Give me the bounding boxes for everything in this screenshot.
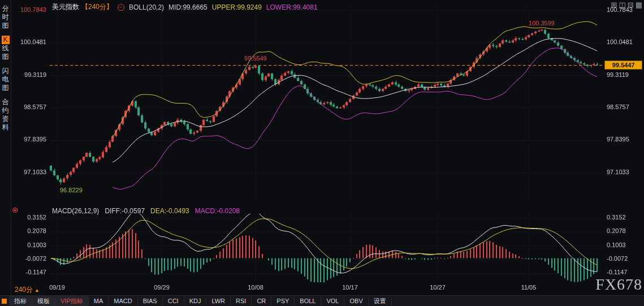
tab-vip-indicators[interactable]: VIP指标 <box>55 296 89 306</box>
boll-mid-value: MID:99.6665 <box>168 3 208 11</box>
tab-indicators[interactable]: 指标 <box>9 296 32 306</box>
high-price-annotation: 100.3599 <box>529 20 555 27</box>
macd-value: MACD:-0.0208 <box>195 207 240 215</box>
price-axis-label: 100.0481 <box>11 38 46 45</box>
chart-app: 分时图 K线图 闪电图 合约资料 美元指数【240分】 − BOLL(20,2)… <box>0 0 644 306</box>
layout-multi-icon[interactable]: ▦ <box>636 1 642 9</box>
macd-dea-value: DEA:-0.0493 <box>150 207 189 215</box>
indicator-vol[interactable]: VOL <box>321 296 344 306</box>
date-axis-label: 11/05 <box>521 284 537 291</box>
indicator-toolbar: 指标 模板 VIP指标 MA MACD BIAS CCI KDJ LWR RSI… <box>0 295 644 306</box>
macd-header: MACD(26,12,9) DIFF:-0.0597 DEA:-0.0493 M… <box>52 207 240 215</box>
price-axis-label: 99.3119 <box>11 71 46 78</box>
boll-lower-value: LOWER:99.4081 <box>266 3 318 11</box>
period-label: 【240分】 <box>81 2 113 12</box>
macd-axis-label: -0.0072 <box>11 255 46 262</box>
macd-axis-label: 0.1003 <box>11 242 46 248</box>
kline-active-badge: K <box>2 36 10 44</box>
macd-label: MACD(26,12,9) <box>52 207 99 215</box>
symbol-name: 美元指数 <box>52 2 79 12</box>
indicator-ma[interactable]: MA <box>89 296 109 306</box>
kline-label: 线图 <box>2 44 9 61</box>
indicator-bias[interactable]: BIAS <box>138 296 163 306</box>
zoom-out-icon[interactable]: − <box>118 4 124 11</box>
sidebar-item-kline[interactable]: K线图 <box>2 36 10 61</box>
period-selector-label: 240分 <box>15 285 33 295</box>
price-axis-label: 97.8395 <box>11 136 46 143</box>
sidebar-item-flash-chart[interactable]: 闪电图 <box>2 67 10 92</box>
macd-diff-value: DIFF:-0.0597 <box>105 207 145 215</box>
date-axis-label: 10/17 <box>342 284 358 291</box>
date-axis-label: 10/08 <box>248 284 263 291</box>
period-selector[interactable]: 240分 ▲ <box>15 285 40 295</box>
price-axis-label: 97.8395 <box>607 136 629 143</box>
peak-price-annotation: 99.5549 <box>244 55 267 62</box>
macd-axis-label: -0.0072 <box>607 255 628 262</box>
indicator-kdj[interactable]: KDJ <box>184 296 207 306</box>
sidebar-item-time-chart[interactable]: 分时图 <box>2 5 10 30</box>
indicator-cr[interactable]: CR <box>252 296 271 306</box>
price-axis-label: 99.3119 <box>607 71 629 78</box>
indicator-macd[interactable]: MACD <box>109 296 137 306</box>
sidebar-item-contract-info[interactable]: 合约资料 <box>2 98 10 132</box>
indicator-lwr[interactable]: LWR <box>206 296 231 306</box>
kline-chart-canvas[interactable] <box>0 0 644 306</box>
macd-axis-label: 0.3152 <box>607 214 626 221</box>
add-indicator-icon[interactable]: ⊕ <box>12 205 19 214</box>
date-axis-label: 09/19 <box>49 284 65 291</box>
last-price-tag: 99.5447 <box>604 61 642 70</box>
price-axis-label: 100.7843 <box>11 6 46 13</box>
price-axis-label: 100.0481 <box>607 38 633 45</box>
boll-upper-value: UPPER:99.9249 <box>212 3 262 11</box>
macd-axis-label: 0.2078 <box>607 227 626 234</box>
macd-axis-label: -0.1147 <box>607 269 628 275</box>
indicator-psy[interactable]: PSY <box>271 296 295 306</box>
indicator-obv[interactable]: OBV <box>344 296 368 306</box>
date-axis-label: 10/27 <box>430 284 446 291</box>
indicator-marker-icon <box>2 299 7 304</box>
macd-axis-label: 0.1003 <box>607 242 626 248</box>
date-axis-label: 09/29 <box>154 284 170 291</box>
sidebar: 分时图 K线图 闪电图 合约资料 <box>0 0 11 295</box>
low-price-annotation: 96.8229 <box>60 187 83 193</box>
boll-label: BOLL(20,2) <box>129 3 164 11</box>
indicator-cci[interactable]: CCI <box>163 296 184 306</box>
layout-two-pane-icon[interactable]: ◫ <box>619 1 626 9</box>
indicator-boll[interactable]: BOLL <box>295 296 321 306</box>
chevron-up-icon: ▲ <box>34 287 40 293</box>
layout-split-icon[interactable]: ⊟ <box>628 1 634 9</box>
fx678-watermark: FX678 <box>595 275 642 294</box>
macd-axis-label: 0.3152 <box>11 214 46 221</box>
chart-header: 美元指数【240分】 − BOLL(20,2) MID:99.6665 UPPE… <box>52 2 318 12</box>
layout-switcher: ⊞ ◫ ⊟ ▦ <box>611 1 642 9</box>
price-axis-label: 97.1033 <box>11 169 46 175</box>
layout-grid-icon[interactable]: ⊞ <box>611 1 617 9</box>
indicator-rsi[interactable]: RSI <box>231 296 252 306</box>
macd-axis-label: -0.1147 <box>11 269 46 275</box>
tab-templates[interactable]: 模板 <box>32 296 55 306</box>
price-axis-label: 98.5757 <box>607 104 629 110</box>
settings-button[interactable]: 设置 <box>369 296 392 306</box>
price-axis-label: 98.5757 <box>11 104 46 110</box>
macd-axis-label: 0.2078 <box>11 227 46 234</box>
price-axis-label: 97.1033 <box>607 169 629 175</box>
